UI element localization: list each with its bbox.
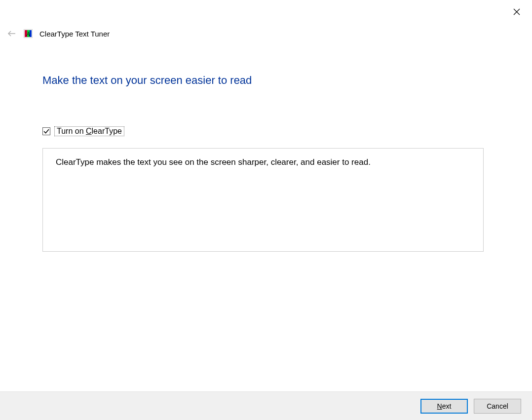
window-title: ClearType Text Tuner xyxy=(39,30,110,38)
checkmark-icon xyxy=(43,128,49,134)
cleartype-checkbox-label[interactable]: Turn on ClearType xyxy=(54,126,124,136)
cancel-button[interactable]: Cancel xyxy=(474,399,521,414)
close-icon xyxy=(513,8,520,15)
cleartype-checkbox-row: Turn on ClearType xyxy=(42,126,484,136)
cleartype-app-icon: A xyxy=(24,29,33,38)
back-button xyxy=(7,29,17,38)
back-arrow-icon xyxy=(7,29,17,38)
cleartype-checkbox[interactable] xyxy=(42,127,50,135)
next-button[interactable]: Next xyxy=(420,399,468,414)
description-box: ClearType makes the text you see on the … xyxy=(42,148,484,252)
titlebar xyxy=(0,0,532,24)
wizard-window: A ClearType Text Tuner Make the text on … xyxy=(0,0,532,420)
button-bar: Next Cancel xyxy=(0,391,532,420)
content-area: Make the text on your screen easier to r… xyxy=(42,74,484,385)
description-text: ClearType makes the text you see on the … xyxy=(56,157,371,167)
page-heading: Make the text on your screen easier to r… xyxy=(42,74,484,87)
header-row: A ClearType Text Tuner xyxy=(7,27,525,40)
svg-text:A: A xyxy=(26,30,30,38)
close-button[interactable] xyxy=(505,4,528,20)
